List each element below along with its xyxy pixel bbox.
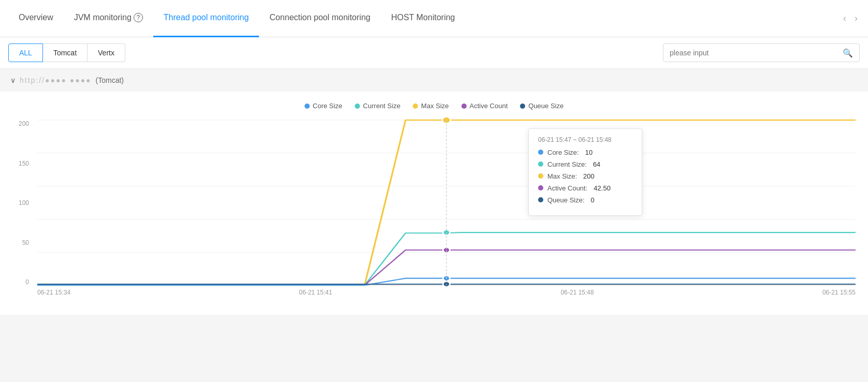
legend-label-queue-size: Queue Size [528, 102, 563, 110]
search-box: 🔍 [663, 43, 860, 62]
nav-item-jvm[interactable]: JVM monitoring ? [64, 0, 153, 37]
chart-legend: Core Size Current Size Max Size Active C… [12, 102, 856, 110]
tooltip-label-active: Active Count: [547, 184, 587, 192]
tooltip-label-current: Current Size: [547, 160, 587, 168]
tooltip-label-core: Core Size: [547, 149, 579, 156]
legend-label-active-count: Active Count [470, 102, 508, 110]
legend-max-size: Max Size [413, 102, 449, 110]
nav-arrows: ‹ › [841, 11, 860, 26]
tooltip-core-size: Core Size: 10 [538, 149, 632, 156]
filter-bar: ALL Tomcat Vertx 🔍 [0, 37, 868, 69]
filter-tomcat-button[interactable]: Tomcat [43, 43, 88, 62]
chart-wrapper: 200 150 100 50 0 [12, 120, 856, 306]
legend-dot-queue-size [520, 104, 525, 109]
y-label-0: 0 [25, 278, 29, 286]
tooltip-dot-core [538, 150, 543, 155]
legend-queue-size: Queue Size [520, 102, 563, 110]
tooltip-dot-queue [538, 197, 543, 202]
tooltip-value-max: 200 [583, 172, 595, 180]
tooltip-value-core: 10 [585, 149, 592, 156]
y-axis: 200 150 100 50 0 [12, 120, 33, 286]
nav-item-connection[interactable]: Connection pool monitoring [259, 0, 381, 37]
service-name: http://●●●● ●●●● [20, 76, 92, 84]
nav-jvm-label: JVM monitoring [74, 13, 132, 22]
nav-connection-label: Connection pool monitoring [269, 13, 370, 22]
tooltip-max-size: Max Size: 200 [538, 172, 632, 180]
y-label-200: 200 [19, 120, 29, 127]
content-area: ∨ http://●●●● ●●●● (Tomcat) Core Size Cu… [0, 69, 868, 315]
chart-tooltip: 06-21 15:47 ~ 06-21 15:48 Core Size: 10 … [528, 128, 642, 216]
legend-active-count: Active Count [461, 102, 508, 110]
nav-host-label: HOST Monitoring [391, 13, 455, 22]
x-label-1: 06-21 15:41 [299, 289, 332, 296]
tooltip-dot-active [538, 185, 543, 190]
search-input[interactable] [670, 49, 838, 57]
tooltip-label-max: Max Size: [547, 172, 577, 180]
x-label-2: 06-21 15:48 [561, 289, 594, 296]
chart-area: Core Size Current Size Max Size Active C… [0, 92, 868, 315]
expand-chevron[interactable]: ∨ [10, 76, 16, 84]
x-label-0: 06-21 15:34 [37, 289, 70, 296]
y-label-50: 50 [22, 239, 29, 246]
nav-thread-label: Thread pool monitoring [164, 13, 249, 22]
search-icon[interactable]: 🔍 [843, 48, 853, 58]
tooltip-value-active: 42.50 [594, 184, 611, 192]
y-label-150: 150 [19, 160, 29, 167]
tooltip-queue-size: Queue Size: 0 [538, 196, 632, 204]
tooltip-active-count: Active Count: 42.50 [538, 184, 632, 192]
tooltip-label-queue: Queue Size: [547, 196, 585, 204]
service-row: ∨ http://●●●● ●●●● (Tomcat) [0, 69, 868, 92]
jvm-help-icon[interactable]: ? [134, 13, 143, 22]
tooltip-value-queue: 0 [591, 196, 595, 204]
nav-item-host[interactable]: HOST Monitoring [381, 0, 465, 37]
tooltip-dot-current [538, 161, 543, 167]
legend-dot-current-size [355, 104, 360, 109]
x-axis: 06-21 15:34 06-21 15:41 06-21 15:48 06-2… [37, 286, 856, 306]
chart-svg [37, 120, 856, 285]
legend-label-core-size: Core Size [313, 102, 342, 110]
nav-item-overview[interactable]: Overview [8, 0, 64, 37]
filter-vertx-button[interactable]: Vertx [88, 43, 125, 62]
legend-label-max-size: Max Size [421, 102, 449, 110]
legend-current-size: Current Size [355, 102, 400, 110]
service-type: (Tomcat) [96, 76, 124, 84]
filter-all-button[interactable]: ALL [8, 43, 43, 62]
tooltip-time-range: 06-21 15:47 ~ 06-21 15:48 [538, 136, 632, 143]
y-label-100: 100 [19, 199, 29, 207]
tooltip-dot-max [538, 173, 543, 179]
x-label-3: 06-21 15:55 [822, 289, 856, 296]
legend-label-current-size: Current Size [363, 102, 400, 110]
top-navigation: Overview JVM monitoring ? Thread pool mo… [0, 0, 868, 37]
nav-overview-label: Overview [19, 13, 53, 22]
legend-dot-max-size [413, 104, 418, 109]
nav-prev-arrow[interactable]: ‹ [841, 11, 848, 26]
chart-inner: 06-21 15:47 ~ 06-21 15:48 Core Size: 10 … [37, 120, 856, 286]
legend-dot-core-size [305, 104, 310, 109]
legend-dot-active-count [461, 104, 467, 109]
nav-item-thread[interactable]: Thread pool monitoring [153, 0, 259, 37]
tooltip-value-current: 64 [593, 160, 600, 168]
legend-core-size: Core Size [305, 102, 342, 110]
tooltip-current-size: Current Size: 64 [538, 160, 632, 168]
nav-next-arrow[interactable]: › [852, 11, 860, 26]
